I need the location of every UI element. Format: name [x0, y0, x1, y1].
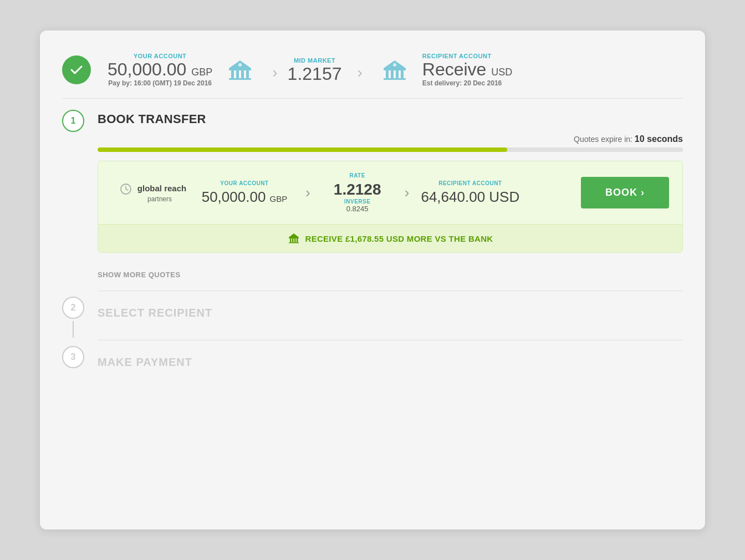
step3-row: 3 MAKE PAYMENT [62, 346, 683, 369]
show-more-quotes[interactable]: SHOW MORE QUOTES [98, 264, 683, 285]
progress-bar-fill [98, 147, 507, 152]
svg-rect-10 [391, 70, 394, 78]
svg-rect-20 [294, 238, 296, 242]
svg-rect-19 [292, 238, 294, 242]
inverse-label: INVERSE [344, 198, 370, 205]
quote-row: global reach partners YOUR ACCOUNT 50,00… [98, 161, 682, 224]
svg-rect-2 [236, 70, 239, 78]
quotes-expire: Quotes expire in: 10 seconds [98, 134, 683, 144]
provider-sub: partners [147, 195, 172, 203]
svg-rect-4 [246, 70, 249, 78]
provider-name: global reach [137, 184, 186, 194]
inverse-value: 0.8245 [346, 205, 369, 213]
step3-line: 3 [62, 346, 84, 368]
svg-marker-23 [289, 233, 299, 237]
main-card: YOUR ACCOUNT 50,000.00 GBP Pay by: 16:00… [40, 30, 705, 530]
step2-title: SELECT RECIPIENT [98, 307, 683, 319]
svg-rect-13 [384, 78, 406, 80]
svg-rect-11 [396, 70, 399, 78]
step1-line: 1 [62, 110, 84, 136]
quote-recipient-account: RECIPIENT ACCOUNT 64,640.00 USD [420, 180, 520, 206]
arrow-2-icon: › [357, 64, 362, 82]
svg-point-7 [238, 63, 242, 67]
check-circle [62, 55, 91, 84]
mid-market-label: MID MARKET [294, 57, 335, 64]
svg-point-15 [393, 63, 396, 67]
svg-rect-0 [229, 68, 251, 70]
svg-rect-12 [401, 70, 404, 78]
svg-rect-3 [241, 70, 244, 78]
recipient-account-label: RECIPIENT ACCOUNT [422, 53, 492, 59]
recipient-receive: Receive USD [422, 60, 513, 78]
step1-content: BOOK TRANSFER Quotes expire in: 10 secon… [98, 110, 683, 285]
quote-your-account: YOUR ACCOUNT 50,000.00 GBP [195, 180, 294, 206]
step2-row: 2 SELECT RECIPIENT [62, 297, 683, 340]
your-account-amount: 50,000.00 GBP [108, 60, 212, 78]
progress-bar [98, 147, 683, 152]
top-summary: YOUR ACCOUNT 50,000.00 GBP Pay by: 16:00… [62, 47, 683, 99]
step1-number: 1 [62, 110, 84, 132]
savings-bank-icon [288, 232, 300, 245]
rate-label: RATE [349, 172, 365, 179]
all-steps: 1 BOOK TRANSFER Quotes expire in: 10 sec… [62, 110, 683, 369]
book-button[interactable]: BOOK › [581, 177, 669, 208]
svg-rect-5 [229, 78, 251, 80]
est-delivery: Est delivery: 20 Dec 2016 [422, 79, 502, 87]
separator-1 [98, 291, 683, 291]
mid-market-block: MID MARKET 1.2157 [288, 57, 342, 83]
clock-icon [120, 183, 132, 195]
svg-rect-9 [386, 70, 389, 78]
source-bank-icon [226, 56, 254, 87]
quote-card: global reach partners YOUR ACCOUNT 50,00… [98, 161, 683, 253]
quote-arrow-2: › [405, 184, 410, 201]
svg-rect-8 [384, 68, 406, 70]
provider-block: global reach partners [111, 183, 195, 203]
step1-row: 1 BOOK TRANSFER Quotes expire in: 10 sec… [62, 110, 683, 285]
mid-market-rate: 1.2157 [288, 65, 342, 83]
step2-line: 2 [62, 297, 84, 340]
show-more-quotes-button[interactable]: SHOW MORE QUOTES [98, 271, 181, 279]
step1-title: BOOK TRANSFER [98, 112, 683, 126]
svg-rect-1 [231, 70, 234, 78]
rate-value: 1.2128 [334, 181, 381, 198]
your-account-label: YOUR ACCOUNT [134, 53, 186, 59]
step2-content: SELECT RECIPIENT [98, 302, 683, 319]
provider-logo: global reach [120, 183, 186, 195]
quote-your-account-amount: 50,000.00 GBP [202, 189, 288, 206]
step3-content: MAKE PAYMENT [98, 352, 683, 369]
quote-recipient-amount: 64,640.00 USD [421, 189, 519, 206]
quote-recipient-label: RECIPIENT ACCOUNT [438, 180, 502, 186]
savings-text: RECEIVE £1,678.55 USD MORE VS THE BANK [305, 234, 493, 243]
recipient-bank-icon [380, 56, 409, 87]
svg-rect-17 [289, 237, 299, 238]
separator-2 [98, 340, 683, 340]
pay-by: Pay by: 16:00 (GMT) 19 Dec 2016 [108, 79, 212, 87]
quote-your-account-label: YOUR ACCOUNT [220, 180, 268, 186]
bank-savings-bar: RECEIVE £1,678.55 USD MORE VS THE BANK [98, 224, 682, 252]
svg-rect-21 [297, 238, 298, 242]
summary-recipient-account: RECIPIENT ACCOUNT Receive USD Est delive… [422, 53, 513, 87]
summary-your-account: YOUR ACCOUNT 50,000.00 GBP Pay by: 16:00… [108, 53, 212, 87]
step3-title: MAKE PAYMENT [98, 356, 683, 369]
svg-rect-18 [290, 238, 292, 242]
step2-connector [73, 321, 74, 338]
svg-rect-22 [289, 242, 299, 243]
quote-rate-block: RATE 1.2128 INVERSE 0.8245 [322, 172, 394, 213]
step3-number: 3 [62, 346, 84, 368]
arrow-1-icon: › [272, 64, 277, 82]
quote-arrow-1: › [305, 184, 310, 201]
step2-number: 2 [62, 297, 84, 319]
